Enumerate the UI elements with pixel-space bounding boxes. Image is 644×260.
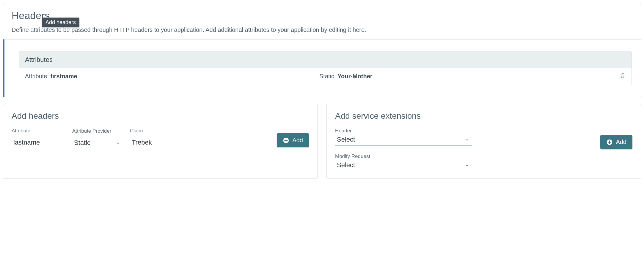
claim-input[interactable]	[130, 137, 183, 149]
ext-modify-label: Modify Request	[335, 154, 370, 159]
attributes-panel: Attributes Attribute: firstname Static: …	[3, 39, 641, 97]
claim-field-label: Claim	[130, 128, 183, 134]
attribute-input[interactable]	[12, 137, 65, 149]
add-headers-card: Add headers Attribute Attribute Provider…	[3, 104, 318, 179]
attribute-label: Attribute:	[25, 73, 51, 79]
section-head: Headers Add headers Define attributes to…	[3, 3, 641, 39]
add-header-button[interactable]: Add	[277, 133, 309, 147]
attribute-field-label: Attribute	[12, 128, 65, 134]
add-headers-form: Attribute Attribute Provider Static Clai…	[12, 128, 309, 149]
provider-field-label: Attribute Provider	[72, 128, 123, 134]
static-value: Your-Mother	[337, 73, 372, 79]
add-extension-button[interactable]: Add	[600, 135, 632, 149]
add-headers-tooltip: Add headers	[42, 18, 79, 27]
table-row: Attribute: firstname Static: Your-Mother	[19, 68, 632, 85]
add-extensions-card: Add service extensions Header Select M	[326, 104, 641, 179]
attributes-table-header: Attributes	[19, 52, 632, 68]
plus-circle-icon	[283, 137, 289, 144]
two-column-row: Add headers Attribute Attribute Provider…	[3, 104, 641, 179]
attribute-value: firstname	[51, 73, 77, 79]
add-headers-title: Add headers	[12, 111, 309, 121]
headers-section-card: Headers Add headers Define attributes to…	[3, 3, 641, 97]
add-button-label: Add	[616, 139, 626, 145]
delete-button[interactable]	[620, 72, 626, 80]
ext-header-select[interactable]: Select	[335, 134, 472, 146]
plus-circle-icon	[606, 139, 613, 145]
provider-select[interactable]: Static	[72, 137, 123, 149]
ext-header-label: Header	[335, 128, 352, 134]
attribute-cell: Attribute: firstname	[25, 73, 319, 80]
section-description: Define attributes to be passed through H…	[12, 26, 632, 34]
static-label: Static:	[319, 73, 337, 79]
static-cell: Static: Your-Mother	[319, 73, 614, 80]
section-title: Headers	[12, 10, 632, 21]
ext-modify-select[interactable]: Select	[335, 159, 472, 171]
attributes-table: Attributes Attribute: firstname Static: …	[19, 51, 632, 85]
add-button-label: Add	[292, 137, 303, 144]
trash-icon	[620, 72, 626, 79]
add-extensions-title: Add service extensions	[335, 111, 632, 121]
